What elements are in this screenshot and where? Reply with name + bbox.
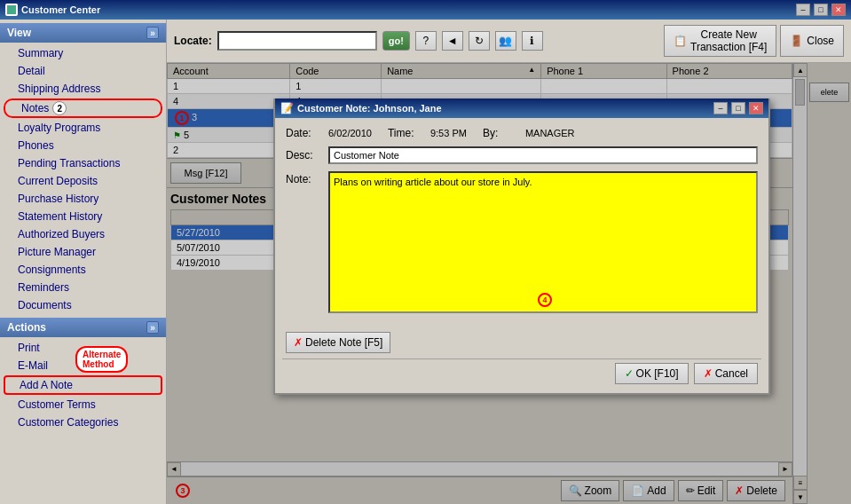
- note-row: Note: Plans on writing article about our…: [286, 171, 758, 316]
- actions-collapse-icon[interactable]: »: [146, 321, 159, 334]
- back-button[interactable]: ◄: [442, 31, 463, 51]
- content-right: Locate: go! ? ◄ ↻ 👥 ℹ 📋 Create NewTransa…: [167, 20, 851, 504]
- desc-row: Desc:: [286, 146, 758, 164]
- sidebar-item-documents[interactable]: Documents: [0, 296, 166, 314]
- by-value: MANAGER: [525, 128, 575, 138]
- people-button[interactable]: 👥: [495, 31, 516, 51]
- delete-note-button[interactable]: ✗ Delete Note [F5]: [286, 332, 390, 353]
- create-transaction-button[interactable]: 📋 Create NewTransaction [F4]: [664, 25, 776, 57]
- desc-label: Desc:: [286, 149, 321, 161]
- sidebar-item-authorized[interactable]: Authorized Buyers: [0, 225, 166, 243]
- sidebar-item-purchase[interactable]: Purchase History: [0, 190, 166, 208]
- cancel-button[interactable]: ✗ Cancel: [694, 363, 758, 384]
- sidebar-item-reminders[interactable]: Reminders: [0, 279, 166, 296]
- toolbar-right: 📋 Create NewTransaction [F4] 🚪 Close: [664, 25, 844, 57]
- sidebar-item-notes[interactable]: Notes 2: [4, 98, 162, 118]
- view-collapse-icon[interactable]: »: [146, 27, 159, 39]
- info-button[interactable]: ℹ: [522, 31, 543, 51]
- modal-close-button[interactable]: ✕: [749, 102, 763, 114]
- actions-section-header: Actions »: [0, 318, 166, 337]
- close-icon: 🚪: [790, 35, 803, 47]
- sidebar-item-shipping[interactable]: Shipping Address: [0, 80, 166, 98]
- notes-badge: 2: [52, 101, 67, 115]
- modal-overlay: 📝 Customer Note: Johnson, Jane – □ ✕ Dat…: [167, 63, 851, 504]
- main-container: View » Summary Detail Shipping Address N…: [0, 20, 851, 504]
- note-label: Note:: [286, 173, 321, 185]
- time-value: 9:53 PM: [430, 128, 467, 138]
- sidebar-item-deposits[interactable]: Current Deposits: [0, 172, 166, 190]
- modal-body: Date: 6/02/2010 Time: 9:53 PM By: MANAGE…: [275, 118, 768, 332]
- date-value: 6/02/2010: [328, 128, 372, 138]
- modal-footer: ✓ OK [F10] ✗ Cancel: [275, 359, 768, 393]
- desc-input[interactable]: [328, 146, 758, 164]
- ok-button[interactable]: ✓ OK [F10]: [615, 363, 689, 384]
- modal-title-bar: 📝 Customer Note: Johnson, Jane – □ ✕: [275, 98, 768, 118]
- refresh-button[interactable]: ↻: [469, 31, 490, 51]
- modal-title: Customer Note: Johnson, Jane: [297, 103, 710, 114]
- ok-icon: ✓: [625, 367, 634, 380]
- help-button[interactable]: ?: [415, 31, 437, 51]
- delete-note-row: ✗ Delete Note [F5]: [275, 332, 768, 358]
- modal-restore-button[interactable]: □: [731, 102, 745, 114]
- sidebar-item-phones[interactable]: Phones: [0, 137, 166, 154]
- go-button[interactable]: go!: [382, 31, 410, 51]
- close-button[interactable]: 🚪 Close: [780, 25, 844, 57]
- close-window-button[interactable]: ✕: [831, 4, 846, 16]
- sidebar-item-categories[interactable]: Customer Categories: [0, 413, 166, 431]
- window-title: Customer Center: [21, 4, 792, 15]
- date-label: Date:: [286, 127, 321, 139]
- sidebar-item-addnote[interactable]: Add A Note: [4, 375, 162, 395]
- by-label: By:: [483, 127, 518, 139]
- note-circle-4: 4: [538, 293, 552, 307]
- sidebar-item-loyalty[interactable]: Loyalty Programs: [0, 119, 166, 137]
- svg-rect-0: C: [7, 5, 16, 14]
- view-section-header: View »: [0, 23, 166, 43]
- title-bar: C Customer Center – □ ✕: [0, 0, 851, 20]
- modal-minimize-button[interactable]: –: [713, 102, 728, 114]
- sidebar-item-pending[interactable]: Pending Transactions: [0, 154, 166, 172]
- note-textarea[interactable]: Plans on writing article about our store…: [328, 171, 758, 313]
- sidebar-item-consignments[interactable]: Consignments: [0, 261, 166, 279]
- create-icon: 📋: [674, 35, 687, 47]
- sidebar-item-detail[interactable]: Detail: [0, 62, 166, 80]
- delete-note-icon: ✗: [294, 336, 303, 349]
- sidebar-item-picture[interactable]: Picture Manager: [0, 243, 166, 261]
- locate-label: Locate:: [174, 35, 212, 47]
- sidebar-item-statement[interactable]: Statement History: [0, 208, 166, 225]
- locate-input[interactable]: [217, 31, 377, 51]
- time-label: Time:: [388, 127, 423, 139]
- alternate-method-bubble: AlternateMethod: [75, 346, 128, 373]
- minimize-button[interactable]: –: [796, 4, 810, 16]
- sidebar-item-summary[interactable]: Summary: [0, 44, 166, 62]
- toolbar: Locate: go! ? ◄ ↻ 👥 ℹ 📋 Create NewTransa…: [167, 20, 851, 63]
- sidebar-item-terms[interactable]: Customer Terms: [0, 396, 166, 413]
- date-row: Date: 6/02/2010 Time: 9:53 PM By: MANAGE…: [286, 127, 758, 139]
- customer-note-modal: 📝 Customer Note: Johnson, Jane – □ ✕ Dat…: [273, 98, 770, 395]
- cancel-icon: ✗: [704, 367, 713, 380]
- modal-icon: 📝: [280, 102, 294, 114]
- app-icon: C: [5, 4, 18, 16]
- restore-button[interactable]: □: [814, 4, 828, 16]
- sidebar: View » Summary Detail Shipping Address N…: [0, 20, 167, 504]
- main-content: Locate: go! ? ◄ ↻ 👥 ℹ 📋 Create NewTransa…: [167, 20, 851, 504]
